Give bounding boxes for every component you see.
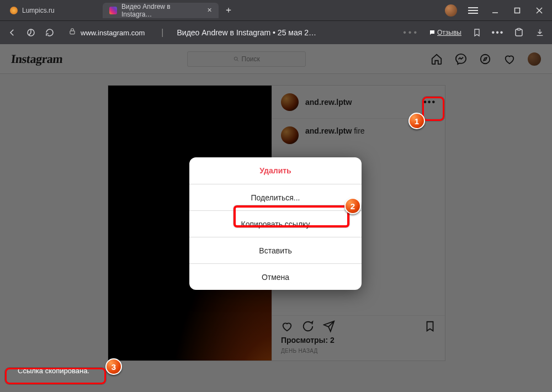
instagram-logo[interactable]: Instagram bbox=[10, 52, 63, 66]
modal-embed-option[interactable]: Вставить bbox=[189, 237, 362, 263]
explore-icon[interactable] bbox=[479, 53, 491, 65]
post-caption: and.rew.lptw fire bbox=[281, 126, 436, 144]
profile-avatar[interactable] bbox=[528, 52, 541, 66]
post-header: and.rew.lptw ••• bbox=[272, 86, 445, 119]
caption-avatar[interactable] bbox=[281, 126, 299, 144]
window-minimize-button[interactable] bbox=[489, 7, 501, 14]
tab-label: Lumpics.ru bbox=[22, 7, 55, 14]
share-button[interactable] bbox=[323, 320, 335, 332]
copied-snackbar: Ссылка скопирована. bbox=[11, 363, 96, 378]
modal-delete-option[interactable]: Удалить bbox=[189, 157, 362, 184]
post-time: ДЕНЬ НАЗАД bbox=[281, 348, 436, 354]
save-button[interactable] bbox=[424, 320, 436, 332]
author-username[interactable]: and.rew.lptw bbox=[305, 98, 352, 107]
modal-cancel-option[interactable]: Отмена bbox=[189, 263, 362, 290]
post-options-button[interactable]: ••• bbox=[423, 97, 436, 107]
window-close-button[interactable] bbox=[533, 7, 545, 14]
new-tab-button[interactable]: ＋ bbox=[221, 3, 236, 18]
search-input[interactable]: Поиск bbox=[187, 51, 306, 67]
tab-favicon bbox=[109, 7, 117, 14]
svg-point-10 bbox=[234, 57, 237, 60]
svg-line-11 bbox=[237, 60, 238, 61]
lock-icon bbox=[68, 28, 76, 38]
tab-strip: Lumpics.ru Видео Andrew в Instagra… ✕ ＋ bbox=[0, 0, 552, 21]
browser-nav-bar: www.instagram.com | Видео Andrew в Insta… bbox=[0, 21, 552, 44]
tab-favicon bbox=[10, 7, 18, 14]
svg-line-6 bbox=[29, 33, 31, 35]
home-icon[interactable] bbox=[431, 53, 443, 65]
instagram-header: Instagram Поиск bbox=[0, 44, 552, 74]
collections-button[interactable] bbox=[513, 27, 524, 38]
like-button[interactable] bbox=[281, 320, 293, 332]
reload-button[interactable] bbox=[44, 27, 55, 38]
page-title: Видео Andrew в Instagram • 25 мая 2… bbox=[177, 28, 395, 37]
modal-share-option[interactable]: Поделиться... bbox=[189, 184, 362, 210]
tab-lumpics[interactable]: Lumpics.ru bbox=[3, 3, 103, 18]
views-count[interactable]: Просмотры: 2 bbox=[281, 336, 436, 345]
profile-avatar[interactable] bbox=[445, 4, 457, 17]
extensions-more-button[interactable]: ••• bbox=[492, 27, 503, 38]
address-bar[interactable]: www.instagram.com bbox=[63, 25, 150, 40]
svg-rect-1 bbox=[515, 8, 520, 13]
history-separator: ••• bbox=[403, 28, 419, 38]
bookmark-button[interactable] bbox=[471, 27, 482, 38]
svg-point-12 bbox=[481, 54, 490, 63]
messenger-icon[interactable] bbox=[455, 53, 467, 65]
post-options-modal: Удалить Поделиться... Копировать ссылку … bbox=[189, 157, 362, 290]
tab-instagram[interactable]: Видео Andrew в Instagra… ✕ bbox=[103, 3, 219, 18]
window-maximize-button[interactable] bbox=[511, 7, 523, 14]
post-actions: Просмотры: 2 ДЕНЬ НАЗАД bbox=[272, 315, 445, 361]
caption-username[interactable]: and.rew.lptw bbox=[305, 126, 352, 135]
activity-heart-icon[interactable] bbox=[503, 53, 516, 65]
author-avatar[interactable] bbox=[281, 93, 299, 111]
url-text: www.instagram.com bbox=[81, 29, 145, 37]
svg-rect-7 bbox=[70, 31, 75, 34]
caption-text: fire bbox=[354, 126, 364, 135]
search-icon bbox=[233, 56, 239, 62]
modal-copy-link-option[interactable]: Копировать ссылку bbox=[189, 210, 362, 237]
comment-button[interactable] bbox=[302, 320, 314, 332]
reviews-button[interactable]: Отзывы bbox=[429, 29, 461, 36]
downloads-button[interactable] bbox=[534, 27, 545, 38]
reviews-label: Отзывы bbox=[437, 29, 461, 36]
yandex-services-button[interactable] bbox=[25, 27, 36, 38]
svg-rect-9 bbox=[517, 29, 521, 30]
title-separator: | bbox=[161, 28, 163, 38]
back-button[interactable] bbox=[7, 27, 18, 38]
tab-label: Видео Andrew в Instagra… bbox=[121, 3, 203, 18]
browser-chrome: Lumpics.ru Видео Andrew в Instagra… ✕ ＋ bbox=[0, 0, 552, 44]
search-placeholder: Поиск bbox=[242, 55, 260, 63]
close-tab-icon[interactable]: ✕ bbox=[207, 7, 212, 14]
browser-menu-button[interactable] bbox=[468, 7, 478, 14]
